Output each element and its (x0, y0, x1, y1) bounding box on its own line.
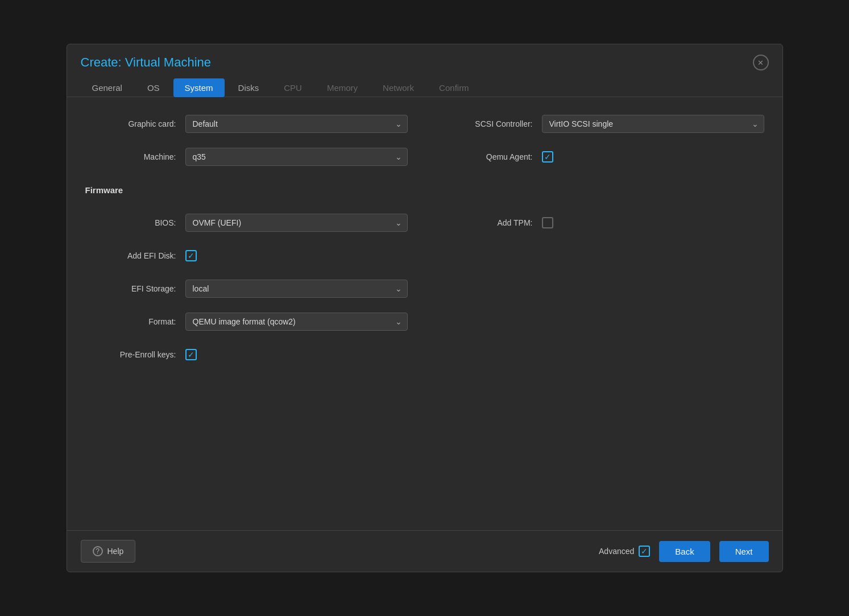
add-tpm-checkbox[interactable] (542, 217, 553, 228)
tab-network: Network (371, 78, 425, 97)
close-icon: ✕ (757, 59, 764, 67)
bios-row: BIOS: OVMF (UEFI) SeaBIOS (85, 212, 408, 234)
tab-os[interactable]: OS (136, 78, 171, 97)
scsi-controller-select[interactable]: VirtIO SCSI single VirtIO SCSI LSI 53C89… (542, 115, 764, 133)
help-button[interactable]: ? Help (81, 540, 136, 563)
format-label: Format: (85, 317, 176, 326)
scsi-controller-select-wrap: VirtIO SCSI single VirtIO SCSI LSI 53C89… (542, 115, 764, 133)
add-efi-disk-checkbox-wrap (185, 250, 197, 261)
graphic-card-label: Graphic card: (85, 119, 176, 128)
add-efi-disk-label: Add EFI Disk: (85, 251, 176, 260)
tab-bar: GeneralOSSystemDisksCPUMemoryNetworkConf… (67, 70, 782, 97)
qemu-agent-checkbox[interactable] (542, 151, 553, 163)
pre-enroll-keys-row: Pre-Enroll keys: (85, 344, 408, 365)
form-content: Graphic card: Default VGA Cirrus Serial … (67, 97, 782, 530)
efi-storage-label: EFI Storage: (85, 284, 176, 293)
add-tpm-checkbox-wrap (542, 217, 553, 228)
advanced-label: Advanced (599, 547, 634, 556)
pre-enroll-keys-checkbox[interactable] (185, 349, 197, 360)
graphic-card-row: Graphic card: Default VGA Cirrus Serial … (85, 113, 408, 135)
spacer-row-1 (442, 179, 764, 201)
efi-storage-row: EFI Storage: local local-lvm (85, 278, 408, 299)
pre-enroll-keys-checkbox-wrap (185, 349, 197, 360)
add-efi-disk-row: Add EFI Disk: (85, 245, 408, 267)
tab-confirm: Confirm (428, 78, 481, 97)
machine-label: Machine: (85, 152, 176, 161)
create-vm-dialog: Create: Virtual Machine ✕ GeneralOSSyste… (67, 44, 783, 572)
dialog-footer: ? Help Advanced Back Next (67, 530, 782, 572)
tab-memory: Memory (316, 78, 369, 97)
help-icon: ? (93, 546, 103, 556)
efi-storage-select-wrap: local local-lvm (185, 280, 408, 298)
qemu-agent-checkbox-wrap (542, 151, 553, 163)
firmware-header: Firmware (85, 185, 123, 195)
back-button[interactable]: Back (659, 541, 710, 562)
scsi-controller-label: SCSI Controller: (442, 119, 533, 128)
format-select-wrap: QEMU image format (qcow2) Raw disk image… (185, 313, 408, 331)
tab-general[interactable]: General (81, 78, 134, 97)
graphic-card-select[interactable]: Default VGA Cirrus Serial None VMWare co… (185, 115, 408, 133)
machine-select[interactable]: q35 i440fx (185, 148, 408, 166)
advanced-wrap: Advanced (599, 546, 650, 557)
firmware-header-row: Firmware (85, 179, 408, 201)
bios-select-wrap: OVMF (UEFI) SeaBIOS (185, 214, 408, 232)
dialog-header: Create: Virtual Machine ✕ (67, 44, 782, 70)
help-label: Help (107, 547, 124, 556)
footer-right: Advanced Back Next (599, 541, 768, 562)
format-row: Format: QEMU image format (qcow2) Raw di… (85, 311, 408, 332)
machine-row: Machine: q35 i440fx (85, 146, 408, 168)
add-tpm-label: Add TPM: (442, 218, 533, 227)
graphic-card-select-wrap: Default VGA Cirrus Serial None VMWare co… (185, 115, 408, 133)
next-button[interactable]: Next (719, 541, 769, 562)
advanced-checkbox[interactable] (639, 546, 650, 557)
bios-label: BIOS: (85, 218, 176, 227)
add-efi-disk-checkbox[interactable] (185, 250, 197, 261)
tab-disks[interactable]: Disks (227, 78, 271, 97)
machine-select-wrap: q35 i440fx (185, 148, 408, 166)
close-button[interactable]: ✕ (753, 55, 769, 70)
tab-cpu: CPU (272, 78, 313, 97)
scsi-controller-row: SCSI Controller: VirtIO SCSI single Virt… (442, 113, 764, 135)
qemu-agent-label: Qemu Agent: (442, 152, 533, 161)
add-tpm-row: Add TPM: (442, 212, 764, 234)
tab-system[interactable]: System (173, 78, 225, 97)
bios-select[interactable]: OVMF (UEFI) SeaBIOS (185, 214, 408, 232)
efi-storage-select[interactable]: local local-lvm (185, 280, 408, 298)
pre-enroll-keys-label: Pre-Enroll keys: (85, 350, 176, 359)
format-select[interactable]: QEMU image format (qcow2) Raw disk image… (185, 313, 408, 331)
dialog-title: Create: Virtual Machine (81, 55, 212, 70)
qemu-agent-row: Qemu Agent: (442, 146, 764, 168)
